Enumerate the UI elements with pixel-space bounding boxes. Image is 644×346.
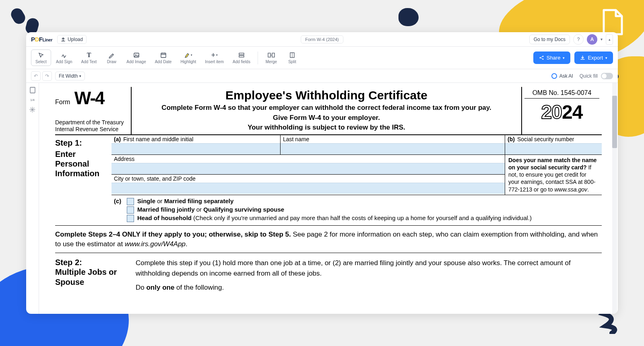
b: only one <box>146 284 174 291</box>
city-input[interactable] <box>111 183 505 194</box>
field-label: (b)Social security number <box>508 136 599 142</box>
redo-button[interactable]: ↷ <box>42 71 52 81</box>
form-header-right: OMB No. 1545-0074 2024 <box>521 87 602 134</box>
download-icon <box>580 55 585 60</box>
chevron-down-icon[interactable]: ▾ <box>601 37 603 41</box>
svg-rect-3 <box>239 53 244 55</box>
form-instruction: Give Form W-4 to your employer. <box>139 113 514 123</box>
tool-label: Draw <box>107 60 116 64</box>
split-icon <box>289 51 295 59</box>
export-label: Export <box>588 55 603 61</box>
chevron-down-icon: ▾ <box>79 74 81 78</box>
first-name-input[interactable] <box>111 143 280 154</box>
ssn-input[interactable] <box>505 143 602 154</box>
upload-label: Upload <box>68 37 83 42</box>
checkbox-married[interactable] <box>127 206 134 214</box>
checkbox-hoh[interactable] <box>127 215 134 222</box>
form-header: Form W-4 Department of the Treasury Inte… <box>55 87 602 135</box>
steps-2-4-instruction: Complete Steps 2–4 ONLY if they apply to… <box>55 226 602 253</box>
address-fields: Address City or town, state, and ZIP cod… <box>111 155 505 195</box>
draw-tool[interactable]: Draw <box>101 50 122 66</box>
checkbox-single[interactable] <box>127 198 134 205</box>
upload-button[interactable]: Upload <box>57 35 87 44</box>
svg-rect-4 <box>239 56 244 57</box>
select-icon <box>38 51 44 59</box>
t: (Check only if you're unmarried and pay … <box>192 214 532 221</box>
option-text: Married filing jointly or Qualifying sur… <box>137 206 284 213</box>
form-code: W-4 <box>74 90 104 106</box>
plus-icon: +▾ <box>211 51 218 59</box>
ssn-match-question: Does your name match the name on your so… <box>505 155 602 195</box>
t: or <box>155 198 164 204</box>
svg-point-12 <box>32 109 33 111</box>
tool-label: Select <box>35 60 47 64</box>
share-button[interactable]: Share ▾ <box>533 51 571 64</box>
ask-ai-button[interactable]: Ask AI <box>551 73 573 79</box>
zoom-label: Fit Width <box>59 73 78 79</box>
omb-number: OMB No. 1545-0074 <box>524 89 599 99</box>
tool-label: Highlight <box>180 60 196 64</box>
step-number: Step 1: <box>55 138 109 148</box>
insert-item-tool[interactable]: +▾ Insert item <box>201 50 228 66</box>
pages-panel-button[interactable] <box>30 87 35 93</box>
field-label: (a)First name and middle initial <box>114 136 278 142</box>
add-date-tool[interactable]: Add Date <box>151 50 176 66</box>
highlight-tool[interactable]: ▾ Highlight <box>176 50 200 66</box>
dept-line: Department of the Treasury <box>55 119 128 126</box>
address-cell: Address <box>111 155 505 175</box>
step1-label: Step 1: Enter Personal Information <box>55 135 111 225</box>
address-input[interactable] <box>111 163 505 174</box>
add-image-tool[interactable]: Add Image <box>122 50 150 66</box>
add-fields-tool[interactable]: Add fields <box>229 50 254 66</box>
scrollbar-thumb[interactable] <box>612 96 617 148</box>
dot: . <box>587 186 589 193</box>
filing-option-married: Married filing jointly or Qualifying sur… <box>114 206 599 214</box>
document-title[interactable]: Form W-4 (2024) <box>301 35 343 43</box>
settings-button[interactable] <box>29 107 35 113</box>
toolbar-right: Share ▾ Export ▾ <box>533 51 613 64</box>
add-text-tool[interactable]: T Add Text <box>77 50 101 66</box>
option-text: Head of household (Check only if you're … <box>137 214 532 221</box>
b: Married filing separately <box>164 198 234 204</box>
ai-icon <box>551 73 557 79</box>
header-right: Go to my Docs ? A ▾ ▴ <box>529 34 613 45</box>
step2-text: Complete this step if you (1) hold more … <box>136 258 602 293</box>
step2-section: Step 2: Multiple Jobs or Spouse Complete… <box>55 253 602 293</box>
step1-fields: (a)First name and middle initial Last na… <box>111 135 602 225</box>
filing-option-hoh: Head of household (Check only if you're … <box>114 214 599 222</box>
row-address: Address City or town, state, and ZIP cod… <box>111 155 602 195</box>
last-name-input[interactable] <box>281 143 505 154</box>
date-icon <box>160 51 167 59</box>
step-number: Step 2: <box>55 258 124 267</box>
zoom-select[interactable]: Fit Width ▾ <box>55 72 85 80</box>
label-text: First name and middle initial <box>123 136 193 142</box>
dept-line: Internal Revenue Service <box>55 126 128 133</box>
split-tool[interactable]: Split <box>282 50 302 66</box>
url-text: www.ssa.gov <box>554 186 587 193</box>
tool-label: Add Date <box>155 60 172 64</box>
form-w4-page: Form W-4 Department of the Treasury Inte… <box>55 87 602 293</box>
document-viewport[interactable]: Form W-4 Department of the Treasury Inte… <box>39 83 618 314</box>
app-logo[interactable]: PDFLiner <box>31 36 52 43</box>
city-cell: City or town, state, and ZIP code <box>111 175 505 194</box>
merge-tool[interactable]: Merge <box>261 50 281 66</box>
tool-label: Add Image <box>126 60 146 64</box>
toggle-switch[interactable] <box>601 73 613 79</box>
tag: (c) <box>114 198 124 204</box>
export-button[interactable]: Export ▾ <box>574 51 613 64</box>
add-sign-tool[interactable]: Add Sign <box>52 50 76 66</box>
collapse-button[interactable]: ▴ <box>606 34 613 45</box>
paragraph: Complete this step if you (1) hold more … <box>136 258 602 278</box>
undo-button[interactable]: ↶ <box>31 71 41 81</box>
filing-status-row: (c) Single or Married filing separately … <box>111 195 602 225</box>
go-to-docs-button[interactable]: Go to my Docs <box>529 35 570 44</box>
user-avatar[interactable]: A <box>587 34 597 45</box>
field-label: City or town, state, and ZIP code <box>114 175 502 182</box>
tool-label: Split <box>288 60 296 64</box>
form-header-center: Employee's Withholding Certificate Compl… <box>132 87 521 134</box>
option-text: Single or Married filing separately <box>137 198 233 204</box>
app-window: PDFLiner Upload Form W-4 (2024) Go to my… <box>26 32 618 314</box>
t: Do <box>136 284 146 291</box>
help-button[interactable]: ? <box>573 34 584 45</box>
select-tool[interactable]: Select <box>31 49 51 66</box>
